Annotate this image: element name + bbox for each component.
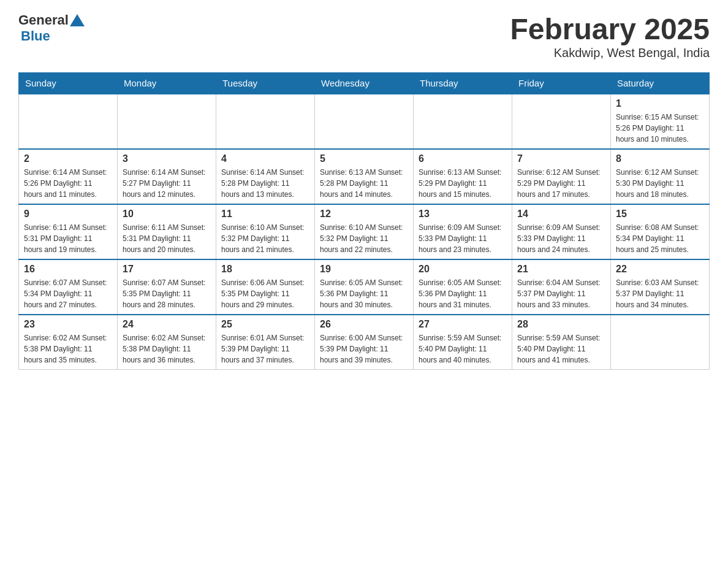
day-number: 27	[419, 319, 507, 330]
calendar-cell	[216, 94, 315, 149]
calendar-cell: 2Sunrise: 6:14 AM Sunset: 5:26 PM Daylig…	[19, 149, 118, 204]
calendar-cell: 11Sunrise: 6:10 AM Sunset: 5:32 PM Dayli…	[216, 204, 315, 259]
day-number: 26	[320, 319, 408, 330]
weekday-header-sunday: Sunday	[19, 73, 118, 94]
day-info: Sunrise: 6:12 AM Sunset: 5:30 PM Dayligh…	[616, 167, 704, 200]
calendar-cell: 9Sunrise: 6:11 AM Sunset: 5:31 PM Daylig…	[19, 204, 118, 259]
calendar-cell: 23Sunrise: 6:02 AM Sunset: 5:38 PM Dayli…	[19, 315, 118, 370]
logo-blue-text: Blue	[21, 28, 50, 44]
calendar-cell: 10Sunrise: 6:11 AM Sunset: 5:31 PM Dayli…	[118, 204, 216, 259]
day-info: Sunrise: 6:07 AM Sunset: 5:34 PM Dayligh…	[24, 277, 112, 310]
calendar-cell: 21Sunrise: 6:04 AM Sunset: 5:37 PM Dayli…	[512, 259, 611, 315]
calendar-cell: 6Sunrise: 6:13 AM Sunset: 5:29 PM Daylig…	[414, 149, 512, 204]
day-info: Sunrise: 6:14 AM Sunset: 5:27 PM Dayligh…	[123, 167, 211, 200]
day-number: 9	[24, 209, 112, 220]
day-info: Sunrise: 6:09 AM Sunset: 5:33 PM Dayligh…	[517, 222, 605, 255]
day-number: 13	[419, 209, 507, 220]
weekday-header-thursday: Thursday	[414, 73, 512, 94]
day-info: Sunrise: 6:14 AM Sunset: 5:28 PM Dayligh…	[221, 167, 309, 200]
calendar-cell	[611, 315, 710, 370]
day-info: Sunrise: 5:59 AM Sunset: 5:40 PM Dayligh…	[517, 332, 605, 366]
day-number: 6	[419, 153, 507, 164]
day-info: Sunrise: 6:05 AM Sunset: 5:36 PM Dayligh…	[419, 277, 507, 310]
weekday-header-row: SundayMondayTuesdayWednesdayThursdayFrid…	[19, 73, 710, 94]
day-number: 19	[320, 264, 408, 275]
weekday-header-tuesday: Tuesday	[216, 73, 315, 94]
calendar-cell: 18Sunrise: 6:06 AM Sunset: 5:35 PM Dayli…	[216, 259, 315, 315]
day-info: Sunrise: 6:04 AM Sunset: 5:37 PM Dayligh…	[517, 277, 605, 310]
logo-general-text: General	[18, 12, 69, 28]
calendar-cell: 26Sunrise: 6:00 AM Sunset: 5:39 PM Dayli…	[315, 315, 414, 370]
day-info: Sunrise: 6:13 AM Sunset: 5:29 PM Dayligh…	[419, 167, 507, 200]
day-number: 24	[123, 319, 211, 330]
day-number: 3	[123, 153, 211, 164]
calendar-cell: 22Sunrise: 6:03 AM Sunset: 5:37 PM Dayli…	[611, 259, 710, 315]
day-info: Sunrise: 6:15 AM Sunset: 5:26 PM Dayligh…	[616, 112, 704, 145]
day-info: Sunrise: 5:59 AM Sunset: 5:40 PM Dayligh…	[419, 332, 507, 366]
day-number: 11	[221, 209, 309, 220]
day-info: Sunrise: 6:02 AM Sunset: 5:38 PM Dayligh…	[123, 332, 211, 366]
calendar-cell: 17Sunrise: 6:07 AM Sunset: 5:35 PM Dayli…	[118, 259, 216, 315]
calendar-cell: 20Sunrise: 6:05 AM Sunset: 5:36 PM Dayli…	[414, 259, 512, 315]
day-info: Sunrise: 6:14 AM Sunset: 5:26 PM Dayligh…	[24, 167, 112, 200]
day-number: 15	[616, 209, 704, 220]
day-info: Sunrise: 6:00 AM Sunset: 5:39 PM Dayligh…	[320, 332, 408, 366]
calendar-table: SundayMondayTuesdayWednesdayThursdayFrid…	[18, 72, 710, 370]
calendar-week-row: 23Sunrise: 6:02 AM Sunset: 5:38 PM Dayli…	[19, 315, 710, 370]
day-info: Sunrise: 6:05 AM Sunset: 5:36 PM Dayligh…	[320, 277, 408, 310]
calendar-cell: 12Sunrise: 6:10 AM Sunset: 5:32 PM Dayli…	[315, 204, 414, 259]
weekday-header-friday: Friday	[512, 73, 611, 94]
calendar-cell	[414, 94, 512, 149]
logo-triangle-icon	[70, 14, 85, 26]
day-number: 12	[320, 209, 408, 220]
day-info: Sunrise: 6:08 AM Sunset: 5:34 PM Dayligh…	[616, 222, 704, 255]
calendar-week-row: 2Sunrise: 6:14 AM Sunset: 5:26 PM Daylig…	[19, 149, 710, 204]
calendar-cell	[512, 94, 611, 149]
day-info: Sunrise: 6:10 AM Sunset: 5:32 PM Dayligh…	[320, 222, 408, 255]
calendar-cell: 7Sunrise: 6:12 AM Sunset: 5:29 PM Daylig…	[512, 149, 611, 204]
day-number: 1	[616, 98, 704, 109]
calendar-cell: 3Sunrise: 6:14 AM Sunset: 5:27 PM Daylig…	[118, 149, 216, 204]
day-info: Sunrise: 6:01 AM Sunset: 5:39 PM Dayligh…	[221, 332, 309, 366]
day-number: 18	[221, 264, 309, 275]
calendar-cell: 28Sunrise: 5:59 AM Sunset: 5:40 PM Dayli…	[512, 315, 611, 370]
calendar-week-row: 1Sunrise: 6:15 AM Sunset: 5:26 PM Daylig…	[19, 94, 710, 149]
day-number: 16	[24, 264, 112, 275]
day-number: 4	[221, 153, 309, 164]
day-number: 28	[517, 319, 605, 330]
day-info: Sunrise: 6:11 AM Sunset: 5:31 PM Dayligh…	[123, 222, 211, 255]
logo: General Blue	[18, 12, 86, 44]
day-info: Sunrise: 6:13 AM Sunset: 5:28 PM Dayligh…	[320, 167, 408, 200]
day-number: 20	[419, 264, 507, 275]
calendar-cell	[19, 94, 118, 149]
day-info: Sunrise: 6:10 AM Sunset: 5:32 PM Dayligh…	[221, 222, 309, 255]
title-block: February 2025 Kakdwip, West Bengal, Indi…	[510, 12, 710, 60]
day-info: Sunrise: 6:06 AM Sunset: 5:35 PM Dayligh…	[221, 277, 309, 310]
calendar-cell: 14Sunrise: 6:09 AM Sunset: 5:33 PM Dayli…	[512, 204, 611, 259]
calendar-cell	[315, 94, 414, 149]
calendar-week-row: 9Sunrise: 6:11 AM Sunset: 5:31 PM Daylig…	[19, 204, 710, 259]
calendar-cell: 5Sunrise: 6:13 AM Sunset: 5:28 PM Daylig…	[315, 149, 414, 204]
calendar-cell: 19Sunrise: 6:05 AM Sunset: 5:36 PM Dayli…	[315, 259, 414, 315]
day-number: 2	[24, 153, 112, 164]
weekday-header-saturday: Saturday	[611, 73, 710, 94]
day-info: Sunrise: 6:03 AM Sunset: 5:37 PM Dayligh…	[616, 277, 704, 310]
calendar-subtitle: Kakdwip, West Bengal, India	[510, 46, 710, 60]
calendar-cell: 25Sunrise: 6:01 AM Sunset: 5:39 PM Dayli…	[216, 315, 315, 370]
calendar-cell: 1Sunrise: 6:15 AM Sunset: 5:26 PM Daylig…	[611, 94, 710, 149]
weekday-header-wednesday: Wednesday	[315, 73, 414, 94]
calendar-cell: 8Sunrise: 6:12 AM Sunset: 5:30 PM Daylig…	[611, 149, 710, 204]
day-number: 8	[616, 153, 704, 164]
day-info: Sunrise: 6:07 AM Sunset: 5:35 PM Dayligh…	[123, 277, 211, 310]
day-number: 10	[123, 209, 211, 220]
calendar-week-row: 16Sunrise: 6:07 AM Sunset: 5:34 PM Dayli…	[19, 259, 710, 315]
weekday-header-monday: Monday	[118, 73, 216, 94]
day-number: 22	[616, 264, 704, 275]
page-header: General Blue February 2025 Kakdwip, West…	[18, 12, 710, 60]
calendar-cell: 24Sunrise: 6:02 AM Sunset: 5:38 PM Dayli…	[118, 315, 216, 370]
calendar-cell: 4Sunrise: 6:14 AM Sunset: 5:28 PM Daylig…	[216, 149, 315, 204]
calendar-cell: 15Sunrise: 6:08 AM Sunset: 5:34 PM Dayli…	[611, 204, 710, 259]
calendar-cell: 13Sunrise: 6:09 AM Sunset: 5:33 PM Dayli…	[414, 204, 512, 259]
day-number: 25	[221, 319, 309, 330]
day-number: 7	[517, 153, 605, 164]
